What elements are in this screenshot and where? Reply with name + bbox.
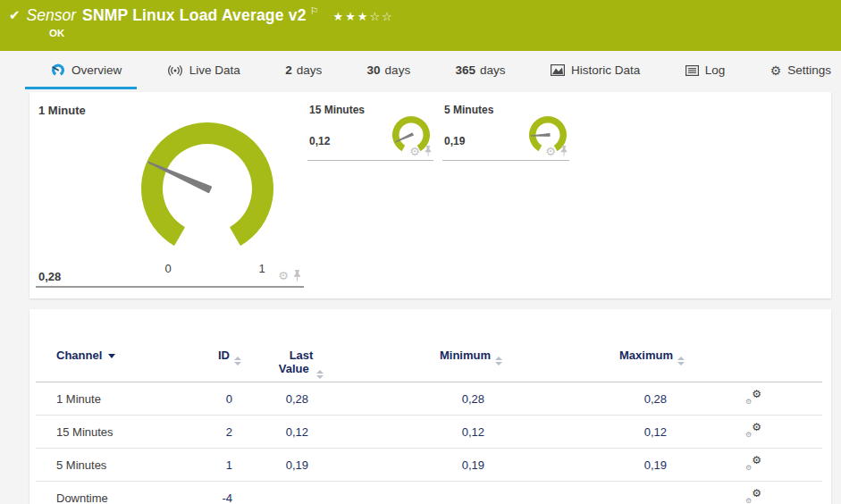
- channel-maximum: 0,12: [502, 416, 685, 449]
- column-header-channel-label: Channel: [56, 349, 102, 362]
- gauge-scale-min: 0: [157, 262, 179, 275]
- tab-live-data-label: Live Data: [189, 63, 240, 77]
- tab-365-days-value: 365: [456, 63, 476, 77]
- sensor-overview-content: 1 Minute 0 1 0,28 ⚙ 15 Minutes 0,12: [0, 92, 841, 504]
- table-row-15-minutes: 15 Minutes 2 0,12 0,12 0,12 ⚙⚙: [36, 416, 822, 449]
- gauge-title: 15 Minutes: [309, 104, 365, 116]
- channel-last-value: 0,12: [241, 416, 326, 449]
- stars-filled[interactable]: ★★★: [333, 10, 370, 23]
- sort-caret-down-icon: [108, 354, 115, 358]
- big-gear-glyph: ⚙: [752, 487, 761, 500]
- big-gear-glyph: ⚙: [752, 388, 761, 400]
- gauge-value: 0,28: [38, 270, 61, 283]
- small-gear-glyph: ⚙: [745, 398, 752, 406]
- channel-minimum: 0,12: [326, 416, 502, 449]
- tab-2-days[interactable]: 2 days: [285, 51, 322, 89]
- tab-30-days[interactable]: 30 days: [367, 51, 411, 89]
- gauge-title: 1 Minute: [38, 104, 86, 117]
- gauge-15-minutes: 15 Minutes 0,12 ⚙: [307, 92, 433, 161]
- channel-table: Channel ID Last Value Minimum Maximum: [36, 343, 822, 504]
- column-header-last-value-label: Last Value: [279, 349, 314, 375]
- gauge-pin-icon[interactable]: [424, 146, 433, 157]
- tab-overview-label: Overview: [71, 63, 122, 77]
- column-header-id[interactable]: ID: [206, 343, 241, 382]
- table-row-1-minute: 1 Minute 0 0,28 0,28 0,28 ⚙⚙: [36, 382, 822, 416]
- channel-maximum: 0,28: [502, 382, 685, 416]
- channel-minimum: 0,28: [326, 382, 502, 416]
- sort-arrows-icon: [316, 370, 324, 379]
- tab-2-days-value: 2: [285, 63, 292, 77]
- big-gear-glyph: ⚙: [752, 421, 761, 433]
- sensor-tabbar: Overview Live Data 2 days 30 days 365 da…: [0, 51, 841, 89]
- channel-id: 2: [206, 416, 241, 449]
- channel-id: -4: [206, 482, 241, 504]
- channel-last-value: 0,19: [241, 449, 326, 482]
- live-data-broadcast-icon: [167, 65, 183, 76]
- sensor-kind-label: Sensor: [27, 6, 76, 25]
- log-list-icon: [685, 65, 699, 76]
- channel-name: Downtime: [36, 482, 206, 504]
- gauge-settings-gear-icon[interactable]: ⚙: [545, 145, 556, 158]
- tab-log-label: Log: [705, 63, 726, 77]
- gauge-settings-gear-icon[interactable]: ⚙: [278, 269, 289, 282]
- channel-settings-icon[interactable]: ⚙⚙: [745, 490, 761, 503]
- tab-settings[interactable]: ⚙ Settings: [770, 51, 831, 89]
- sort-arrows-icon: [234, 357, 241, 365]
- column-header-channel[interactable]: Channel: [36, 343, 206, 382]
- tab-overview[interactable]: Overview: [51, 51, 122, 89]
- gauge-value: 0,19: [444, 135, 465, 147]
- priority-flag-icon[interactable]: ⚐: [310, 5, 319, 17]
- tab-365-days[interactable]: 365 days: [456, 51, 506, 89]
- gauge-dial: [118, 106, 297, 258]
- stars-empty[interactable]: ☆☆: [369, 10, 393, 23]
- column-header-maximum[interactable]: Maximum: [502, 343, 685, 382]
- settings-gear-icon: ⚙: [770, 63, 782, 78]
- tab-historic-data[interactable]: Historic Data: [551, 51, 640, 89]
- column-header-maximum-label: Maximum: [619, 349, 673, 362]
- column-header-id-label: ID: [218, 349, 230, 362]
- gauge-5-minutes: 5 Minutes 0,19 ⚙: [442, 92, 569, 161]
- priority-rating-stars[interactable]: ★★★☆☆: [333, 10, 394, 23]
- channel-settings-icon[interactable]: ⚙⚙: [745, 391, 761, 404]
- channel-table-header-row: Channel ID Last Value Minimum Maximum: [36, 343, 822, 382]
- sensor-title: SNMP Linux Load Average v2: [82, 6, 307, 25]
- tab-historic-data-label: Historic Data: [571, 63, 640, 77]
- tab-settings-label: Settings: [787, 63, 831, 77]
- gauge-settings-gear-icon[interactable]: ⚙: [409, 145, 420, 158]
- gauge-pin-icon[interactable]: [559, 146, 568, 157]
- gauge-title: 5 Minutes: [444, 104, 493, 116]
- sort-arrows-icon: [495, 357, 502, 365]
- gauge-arc: [141, 122, 273, 246]
- channel-settings-icon[interactable]: ⚙⚙: [745, 457, 761, 470]
- column-header-last-value[interactable]: Last Value: [241, 343, 326, 382]
- channel-settings-icon[interactable]: ⚙⚙: [745, 424, 761, 437]
- overview-gauge-icon: [51, 63, 65, 77]
- table-row-downtime: Downtime -4 ⚙⚙: [36, 482, 822, 504]
- gauge-value: 0,12: [309, 135, 330, 147]
- channel-last-value: 0,28: [241, 382, 326, 416]
- big-gear-glyph: ⚙: [752, 454, 761, 466]
- small-gear-glyph: ⚙: [745, 497, 752, 504]
- gauge-pin-icon[interactable]: [292, 270, 302, 282]
- channel-minimum: [326, 482, 502, 504]
- status-check-icon: ✔: [9, 7, 21, 23]
- gauge-1-minute: 1 Minute 0 1 0,28 ⚙: [36, 92, 304, 288]
- channel-minimum: 0,19: [326, 449, 502, 482]
- status-badge-ok: OK: [0, 28, 841, 38]
- channel-name: 5 Minutes: [36, 449, 206, 482]
- channel-name: 15 Minutes: [36, 416, 206, 449]
- channel-id: 0: [206, 382, 241, 416]
- table-row-5-minutes: 5 Minutes 1 0,19 0,19 0,19 ⚙⚙: [36, 449, 822, 482]
- tab-365-days-unit: days: [480, 63, 506, 77]
- tab-30-days-value: 30: [367, 63, 381, 77]
- tab-30-days-unit: days: [385, 63, 411, 77]
- small-gear-glyph: ⚙: [745, 464, 752, 472]
- gauge-scale-max: 1: [251, 262, 273, 275]
- tab-log[interactable]: Log: [685, 51, 726, 89]
- channel-maximum: [502, 482, 685, 504]
- sort-arrows-icon: [677, 357, 685, 365]
- column-header-minimum-label: Minimum: [440, 349, 491, 362]
- column-header-minimum[interactable]: Minimum: [326, 343, 502, 382]
- tab-live-data[interactable]: Live Data: [167, 51, 240, 89]
- channel-table-panel: Channel ID Last Value Minimum Maximum: [29, 309, 831, 504]
